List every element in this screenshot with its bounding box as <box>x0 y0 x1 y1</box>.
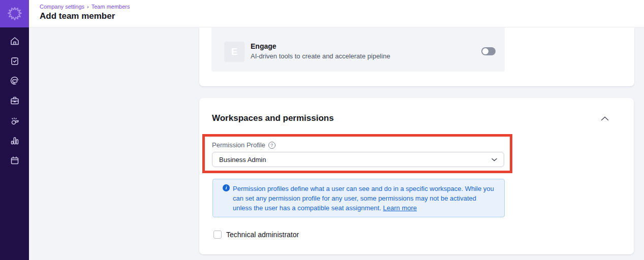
analytics-bars-icon[interactable] <box>9 135 20 146</box>
info-note-text: Permission profiles define what a user c… <box>233 184 496 213</box>
breadcrumb-team-members[interactable]: Team members <box>91 4 130 10</box>
engage-product-name: Engage <box>251 42 277 50</box>
breadcrumb-company-settings[interactable]: Company settings <box>40 4 84 10</box>
page-header: Company settings › Team members Add team… <box>29 0 644 27</box>
conversations-icon[interactable] <box>9 75 20 86</box>
info-icon: i <box>223 184 230 191</box>
zoominfo-burst-icon <box>7 6 22 21</box>
app-window: Company settings › Team members Add team… <box>0 0 644 260</box>
learn-more-link[interactable]: Learn more <box>383 204 417 212</box>
permission-profile-value: Business Admin <box>219 156 492 164</box>
permission-info-note: i Permission profiles define what a user… <box>212 179 505 217</box>
breadcrumb-separator-icon: › <box>87 4 89 10</box>
permission-profile-label: Permission Profile ? <box>212 141 275 149</box>
engage-product-description: AI-driven tools to create and accelerate… <box>251 52 390 60</box>
toggle-knob <box>482 48 488 54</box>
engage-product-row: E Engage AI-driven tools to create and a… <box>211 27 505 72</box>
tasks-clipboard-icon[interactable] <box>9 55 20 66</box>
chevron-up-icon[interactable] <box>600 115 609 122</box>
engage-avatar: E <box>224 42 244 62</box>
app-logo[interactable] <box>0 0 29 27</box>
page-title: Add team member <box>40 11 115 21</box>
help-icon[interactable]: ? <box>268 142 275 149</box>
breadcrumb: Company settings › Team members <box>40 4 130 10</box>
briefcase-icon[interactable] <box>9 95 20 106</box>
engage-toggle[interactable] <box>481 47 496 55</box>
coach-whistle-icon[interactable] <box>9 115 20 126</box>
technical-administrator-row[interactable]: Technical administrator <box>213 231 299 239</box>
home-icon[interactable] <box>9 36 20 46</box>
section-title: Workspaces and permissions <box>212 113 334 123</box>
technical-administrator-label: Technical administrator <box>226 231 299 239</box>
calendar-icon[interactable] <box>9 155 20 166</box>
product-card: E Engage AI-driven tools to create and a… <box>199 27 634 86</box>
workspaces-permissions-card: Workspaces and permissions Permission Pr… <box>199 98 634 254</box>
chevron-down-icon <box>492 158 497 161</box>
technical-administrator-checkbox[interactable] <box>213 231 222 239</box>
permission-profile-select[interactable]: Business Admin <box>212 152 504 167</box>
sidebar <box>0 0 29 260</box>
